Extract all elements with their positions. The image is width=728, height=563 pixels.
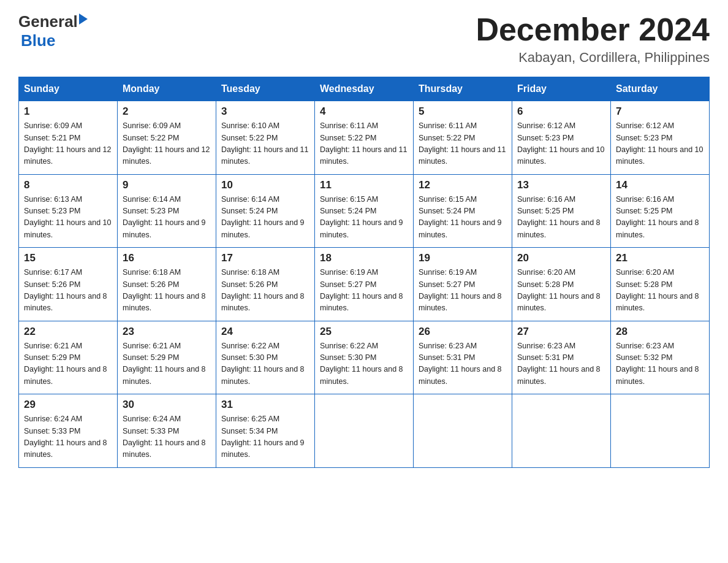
table-row: [315, 394, 414, 468]
table-row: 13 Sunrise: 6:16 AMSunset: 5:25 PMDaylig…: [512, 174, 611, 248]
table-row: [611, 394, 710, 468]
day-info: Sunrise: 6:15 AMSunset: 5:24 PMDaylight:…: [320, 195, 403, 239]
col-thursday: Thursday: [414, 77, 512, 101]
day-info: Sunrise: 6:12 AMSunset: 5:23 PMDaylight:…: [616, 121, 703, 166]
table-row: [414, 394, 512, 468]
day-number: 29: [24, 399, 112, 411]
table-row: 16 Sunrise: 6:18 AMSunset: 5:26 PMDaylig…: [118, 248, 216, 321]
day-info: Sunrise: 6:18 AMSunset: 5:26 PMDaylight:…: [221, 268, 305, 312]
logo-blue: Blue: [21, 31, 55, 50]
day-number: 12: [419, 179, 507, 191]
day-number: 1: [24, 105, 112, 118]
calendar-week-5: 29 Sunrise: 6:24 AMSunset: 5:33 PMDaylig…: [19, 394, 710, 468]
day-info: Sunrise: 6:24 AMSunset: 5:33 PMDaylight:…: [123, 415, 206, 459]
day-number: 15: [24, 252, 112, 264]
col-wednesday: Wednesday: [315, 77, 414, 101]
table-row: 31 Sunrise: 6:25 AMSunset: 5:34 PMDaylig…: [216, 394, 315, 468]
day-number: 16: [123, 252, 211, 264]
table-row: 2 Sunrise: 6:09 AMSunset: 5:22 PMDayligh…: [118, 101, 216, 175]
calendar-week-4: 22 Sunrise: 6:21 AMSunset: 5:29 PMDaylig…: [19, 321, 710, 394]
day-number: 30: [123, 399, 211, 411]
table-row: 21 Sunrise: 6:20 AMSunset: 5:28 PMDaylig…: [611, 248, 710, 321]
day-info: Sunrise: 6:24 AMSunset: 5:33 PMDaylight:…: [24, 415, 107, 459]
calendar-week-1: 1 Sunrise: 6:09 AMSunset: 5:21 PMDayligh…: [19, 101, 710, 175]
day-info: Sunrise: 6:18 AMSunset: 5:26 PMDaylight:…: [123, 268, 206, 312]
day-number: 14: [616, 179, 704, 191]
logo-general: General: [18, 12, 78, 31]
day-info: Sunrise: 6:11 AMSunset: 5:22 PMDaylight:…: [320, 121, 407, 166]
day-info: Sunrise: 6:16 AMSunset: 5:25 PMDaylight:…: [517, 195, 601, 239]
table-row: 17 Sunrise: 6:18 AMSunset: 5:26 PMDaylig…: [216, 248, 315, 321]
table-row: 26 Sunrise: 6:23 AMSunset: 5:31 PMDaylig…: [414, 321, 512, 394]
table-row: 27 Sunrise: 6:23 AMSunset: 5:31 PMDaylig…: [512, 321, 611, 394]
col-tuesday: Tuesday: [216, 77, 315, 101]
day-number: 17: [221, 252, 309, 264]
table-row: [512, 394, 611, 468]
table-row: 4 Sunrise: 6:11 AMSunset: 5:22 PMDayligh…: [315, 101, 414, 175]
day-info: Sunrise: 6:14 AMSunset: 5:23 PMDaylight:…: [123, 195, 206, 239]
day-info: Sunrise: 6:21 AMSunset: 5:29 PMDaylight:…: [24, 342, 107, 386]
day-number: 25: [320, 326, 408, 338]
day-number: 19: [419, 252, 507, 264]
logo: General Blue: [18, 12, 88, 50]
day-number: 28: [616, 326, 704, 338]
table-row: 7 Sunrise: 6:12 AMSunset: 5:23 PMDayligh…: [611, 101, 710, 175]
day-info: Sunrise: 6:22 AMSunset: 5:30 PMDaylight:…: [320, 342, 403, 386]
logo-triangle-icon: [79, 13, 88, 25]
day-number: 2: [123, 105, 211, 118]
table-row: 10 Sunrise: 6:14 AMSunset: 5:24 PMDaylig…: [216, 174, 315, 248]
day-number: 31: [221, 399, 309, 411]
day-number: 7: [616, 105, 704, 118]
day-number: 22: [24, 326, 112, 338]
calendar-header-row: Sunday Monday Tuesday Wednesday Thursday…: [19, 77, 710, 101]
day-number: 10: [221, 179, 309, 191]
day-number: 18: [320, 252, 408, 264]
day-number: 21: [616, 252, 704, 264]
table-row: 23 Sunrise: 6:21 AMSunset: 5:29 PMDaylig…: [118, 321, 216, 394]
table-row: 19 Sunrise: 6:19 AMSunset: 5:27 PMDaylig…: [414, 248, 512, 321]
day-info: Sunrise: 6:13 AMSunset: 5:23 PMDaylight:…: [24, 195, 111, 239]
location-subtitle: Kabayan, Cordillera, Philippines: [476, 50, 710, 66]
month-title: December 2024: [476, 12, 710, 47]
table-row: 12 Sunrise: 6:15 AMSunset: 5:24 PMDaylig…: [414, 174, 512, 248]
day-info: Sunrise: 6:09 AMSunset: 5:21 PMDaylight:…: [24, 121, 111, 166]
day-info: Sunrise: 6:25 AMSunset: 5:34 PMDaylight:…: [221, 415, 305, 459]
day-number: 13: [517, 179, 605, 191]
title-section: December 2024 Kabayan, Cordillera, Phili…: [476, 12, 710, 66]
day-info: Sunrise: 6:15 AMSunset: 5:24 PMDaylight:…: [419, 195, 502, 239]
day-info: Sunrise: 6:14 AMSunset: 5:24 PMDaylight:…: [221, 195, 305, 239]
table-row: 22 Sunrise: 6:21 AMSunset: 5:29 PMDaylig…: [19, 321, 118, 394]
day-number: 27: [517, 326, 605, 338]
table-row: 11 Sunrise: 6:15 AMSunset: 5:24 PMDaylig…: [315, 174, 414, 248]
day-number: 9: [123, 179, 211, 191]
day-number: 20: [517, 252, 605, 264]
table-row: 1 Sunrise: 6:09 AMSunset: 5:21 PMDayligh…: [19, 101, 118, 175]
col-monday: Monday: [118, 77, 216, 101]
table-row: 6 Sunrise: 6:12 AMSunset: 5:23 PMDayligh…: [512, 101, 611, 175]
day-info: Sunrise: 6:10 AMSunset: 5:22 PMDaylight:…: [221, 121, 308, 166]
day-info: Sunrise: 6:23 AMSunset: 5:32 PMDaylight:…: [616, 342, 699, 386]
calendar-week-3: 15 Sunrise: 6:17 AMSunset: 5:26 PMDaylig…: [19, 248, 710, 321]
table-row: 30 Sunrise: 6:24 AMSunset: 5:33 PMDaylig…: [118, 394, 216, 468]
day-number: 11: [320, 179, 408, 191]
page-header: General Blue December 2024 Kabayan, Cord…: [18, 12, 710, 66]
day-info: Sunrise: 6:17 AMSunset: 5:26 PMDaylight:…: [24, 268, 107, 312]
day-info: Sunrise: 6:12 AMSunset: 5:23 PMDaylight:…: [517, 121, 604, 166]
day-number: 5: [419, 105, 507, 118]
day-number: 6: [517, 105, 605, 118]
col-friday: Friday: [512, 77, 611, 101]
day-info: Sunrise: 6:19 AMSunset: 5:27 PMDaylight:…: [419, 268, 502, 312]
day-number: 24: [221, 326, 309, 338]
calendar-table: Sunday Monday Tuesday Wednesday Thursday…: [18, 77, 710, 468]
table-row: 5 Sunrise: 6:11 AMSunset: 5:22 PMDayligh…: [414, 101, 512, 175]
table-row: 18 Sunrise: 6:19 AMSunset: 5:27 PMDaylig…: [315, 248, 414, 321]
table-row: 9 Sunrise: 6:14 AMSunset: 5:23 PMDayligh…: [118, 174, 216, 248]
table-row: 3 Sunrise: 6:10 AMSunset: 5:22 PMDayligh…: [216, 101, 315, 175]
day-info: Sunrise: 6:09 AMSunset: 5:22 PMDaylight:…: [123, 121, 210, 166]
day-number: 26: [419, 326, 507, 338]
day-info: Sunrise: 6:16 AMSunset: 5:25 PMDaylight:…: [616, 195, 699, 239]
day-info: Sunrise: 6:23 AMSunset: 5:31 PMDaylight:…: [517, 342, 601, 386]
table-row: 15 Sunrise: 6:17 AMSunset: 5:26 PMDaylig…: [19, 248, 118, 321]
day-info: Sunrise: 6:21 AMSunset: 5:29 PMDaylight:…: [123, 342, 206, 386]
col-sunday: Sunday: [19, 77, 118, 101]
